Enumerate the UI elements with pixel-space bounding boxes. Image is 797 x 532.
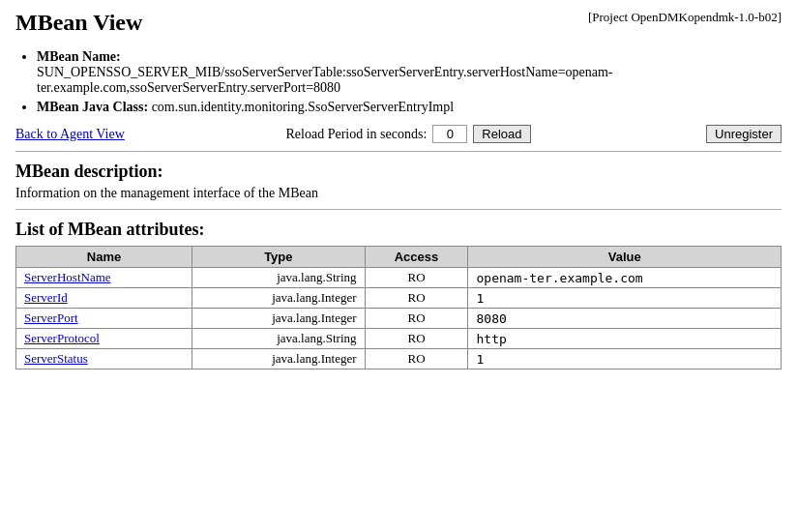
attr-name-link[interactable]: ServerStatus [24,351,88,366]
mbean-name-label: MBean Name: [37,49,121,64]
page-header: MBean View [Project OpenDMKopendmk-1.0-b… [15,10,782,36]
table-row: ServerProtocoljava.lang.StringROhttp [16,329,782,349]
attributes-table: Name Type Access Value ServerHostNamejav… [15,246,782,369]
attr-access-cell: RO [365,309,468,329]
attr-value-cell: http [468,329,782,349]
attr-type-cell: java.lang.String [192,329,365,349]
project-label: [Project OpenDMKopendmk-1.0-b02] [588,10,782,25]
attr-value-cell: 1 [468,288,782,309]
attr-type-cell: java.lang.Integer [192,309,365,329]
attr-type-cell: java.lang.String [192,268,365,288]
attributes-title: List of MBean attributes: [15,220,782,240]
divider-2 [15,209,782,210]
attr-name-link[interactable]: ServerHostName [24,270,111,284]
reload-input[interactable] [432,125,467,143]
col-name: Name [16,247,192,268]
mbean-info-section: MBean Name: SUN_OPENSSO_SERVER_MIB/ssoSe… [15,49,782,115]
description-title: MBean description: [15,162,782,182]
divider-1 [15,151,782,152]
col-value: Value [468,247,782,268]
table-row: ServerStatusjava.lang.IntegerRO1 [16,349,782,369]
mbean-class-value: com.sun.identity.monitoring.SsoServerSer… [152,100,455,114]
attr-name-cell: ServerId [16,288,192,309]
reload-center: Reload Period in seconds: Reload [132,125,685,143]
table-header-row: Name Type Access Value [16,247,782,268]
reload-button[interactable]: Reload [473,125,530,143]
attr-access-cell: RO [365,349,468,369]
description-text: Information on the management interface … [15,186,782,201]
attr-name-cell: ServerPort [16,309,192,329]
mbean-class-label: MBean Java Class: [37,100,148,114]
col-access: Access [365,247,468,268]
attr-name-cell: ServerStatus [16,349,192,369]
attr-value-cell: 1 [468,349,782,369]
page-title: MBean View [15,10,142,36]
table-row: ServerIdjava.lang.IntegerRO1 [16,288,782,309]
attr-name-link[interactable]: ServerPort [24,310,78,325]
table-row: ServerPortjava.lang.IntegerRO8080 [16,309,782,329]
attr-name-link[interactable]: ServerProtocol [24,331,100,345]
table-row: ServerHostNamejava.lang.StringROopenam-t… [16,268,782,288]
attr-value-cell: openam-ter.example.com [468,268,782,288]
mbean-name-item: MBean Name: SUN_OPENSSO_SERVER_MIB/ssoSe… [37,49,782,96]
reload-section: Back to Agent View Reload Period in seco… [15,125,782,143]
attr-name-cell: ServerProtocol [16,329,192,349]
reload-label: Reload Period in seconds: [285,127,427,142]
attr-access-cell: RO [365,329,468,349]
attr-name-link[interactable]: ServerId [24,290,68,305]
unregister-button[interactable]: Unregister [706,125,782,143]
attr-name-cell: ServerHostName [16,268,192,288]
mbean-name-value: SUN_OPENSSO_SERVER_MIB/ssoServerServerTa… [37,65,613,95]
back-to-agent-link[interactable]: Back to Agent View [15,127,132,142]
attr-access-cell: RO [365,288,468,309]
attr-type-cell: java.lang.Integer [192,349,365,369]
attr-type-cell: java.lang.Integer [192,288,365,309]
attr-value-cell: 8080 [468,309,782,329]
mbean-class-item: MBean Java Class: com.sun.identity.monit… [37,100,782,115]
unregister-wrap: Unregister [685,125,782,143]
col-type: Type [192,247,365,268]
attr-access-cell: RO [365,268,468,288]
